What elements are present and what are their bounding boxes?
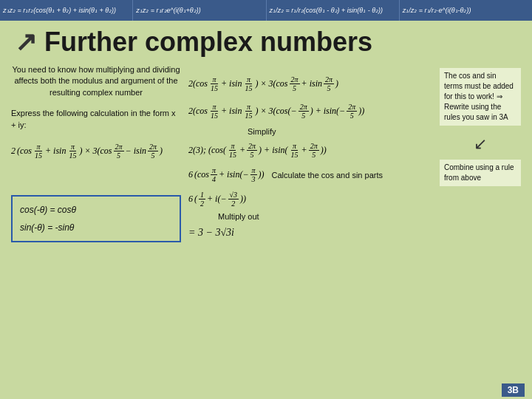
calcparts-row: 6 (cos π4 + isin(− π3 )) Calculate the c… [188, 166, 383, 183]
title-area: ↗ Further complex numbers [0, 21, 532, 61]
main-content: You need to know how multiplying and div… [0, 61, 532, 380]
formula-cell-2: z₁z₂ = r₁r₂e^(i(θ₁+θ₂)) [133, 0, 266, 21]
formula-text-4: z₁/z₂ = r₁/r₂·e^(i(θ₁-θ₂)) [403, 7, 471, 14]
simplify-label: Simplify [248, 127, 276, 136]
curve-arrow-icon: ↙ [440, 134, 521, 154]
calcparts-label: Calculate the cos and sin parts [272, 171, 383, 180]
result-expression: = 3 − 3√3i [188, 227, 234, 239]
formula-bar: z₁z₂ = r₁r₂(cos(θ₁ + θ₂) + isin(θ₁ + θ₂)… [0, 0, 532, 21]
slide-number: 3B [502, 383, 525, 397]
expr-step2: 2(cos π15 + isin π15 ) × 3(cos(− 2π5 ) +… [188, 103, 364, 120]
expr-step3: 2(3); (cos( π15 + 2π5 ) + isin( π15 + 2π… [188, 142, 327, 159]
expr-step4: 6 (cos π4 + isin(− π3 )) [188, 166, 265, 183]
annotation-top: The cos and sin terms must be added for … [440, 68, 521, 126]
slide-number-bar: 3B [502, 383, 525, 395]
express-text: Express the following calculation in the… [11, 108, 181, 131]
formula-text-1: z₁z₂ = r₁r₂(cos(θ₁ + θ₂) + isin(θ₁ + θ₂)… [3, 7, 116, 14]
expr-step1: 2(cos π15 + isin π15 ) × 3(cos 2π5 + isi… [188, 75, 338, 92]
description-text: You need to know how multiplying and div… [11, 64, 181, 98]
identity-cos: cos(-θ) = cosθ [20, 201, 172, 219]
multiply-label: Multiply out [218, 212, 259, 221]
formula-cell-3: z₁/z₂ = r₁/r₂(cos(θ₁ - θ₂) + isin(θ₁ - θ… [267, 0, 400, 21]
formula-cell-1: z₁z₂ = r₁r₂(cos(θ₁ + θ₂) + isin(θ₁ + θ₂)… [0, 0, 133, 21]
left-column: You need to know how multiplying and div… [11, 64, 181, 376]
center-column: 2(cos π15 + isin π15 ) × 3(cos 2π5 + isi… [188, 64, 432, 376]
annotation-bottom: Combine using a rule from above [440, 160, 521, 186]
formula-text-3: z₁/z₂ = r₁/r₂(cos(θ₁ - θ₂) + isin(θ₁ - θ… [270, 7, 383, 14]
main-expression: 2 (cos π15 + isin π15 ) × 3(cos 2π5 − is… [11, 143, 181, 160]
right-column: The cos and sin terms must be added for … [440, 64, 521, 376]
formula-cell-4: z₁/z₂ = r₁/r₂·e^(i(θ₁-θ₂)) [400, 0, 532, 21]
title-arrow-icon: ↗ [15, 29, 37, 55]
expr-step5: 6 ( 12 + i(− √32 )) [188, 191, 246, 208]
identity-sin: sin(-θ) = -sinθ [20, 219, 172, 236]
formula-text-2: z₁z₂ = r₁r₂e^(i(θ₁+θ₂)) [136, 7, 201, 14]
identity-box: cos(-θ) = cosθ sin(-θ) = -sinθ [11, 195, 181, 242]
page-title: Further complex numbers [44, 27, 372, 58]
